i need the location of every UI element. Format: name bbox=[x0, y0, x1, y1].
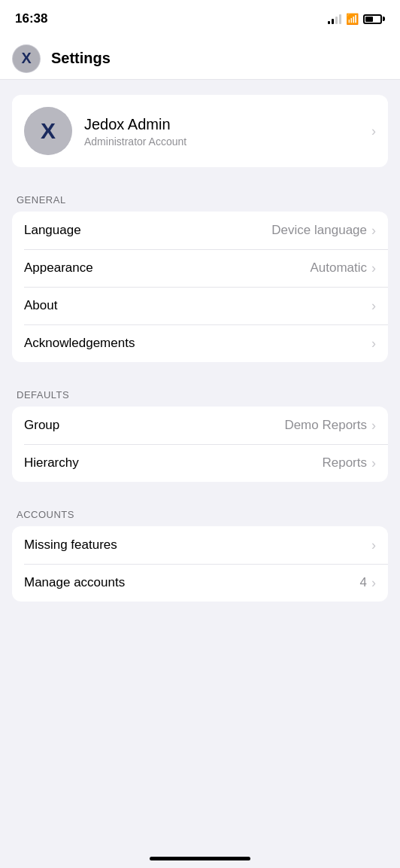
general-spacer bbox=[12, 173, 388, 194]
profile-name: Jedox Admin bbox=[84, 114, 359, 134]
group-row[interactable]: Group Demo Reports › bbox=[12, 407, 388, 444]
header: X Settings bbox=[0, 38, 400, 80]
group-chevron-icon: › bbox=[371, 418, 376, 434]
accounts-section-label: ACCOUNTS bbox=[12, 509, 388, 526]
general-section-label: GENERAL bbox=[12, 194, 388, 212]
accounts-spacer bbox=[12, 488, 388, 509]
page-title: Settings bbox=[51, 50, 111, 67]
profile-card: X Jedox Admin Administrator Account › bbox=[12, 95, 388, 167]
profile-avatar: X bbox=[24, 107, 72, 155]
language-label: Language bbox=[24, 223, 271, 238]
home-indicator bbox=[150, 857, 250, 860]
content: X Jedox Admin Administrator Account › GE… bbox=[0, 80, 400, 623]
hierarchy-value: Reports bbox=[322, 455, 367, 471]
status-time: 16:38 bbox=[15, 11, 47, 26]
missing-features-chevron-icon: › bbox=[371, 538, 376, 553]
group-value: Demo Reports bbox=[284, 418, 367, 433]
manage-accounts-badge: 4 bbox=[360, 575, 367, 590]
acknowledgements-row[interactable]: Acknowledgements › bbox=[12, 324, 388, 362]
group-label: Group bbox=[24, 418, 284, 433]
profile-subtitle: Administrator Account bbox=[84, 136, 359, 148]
missing-features-row[interactable]: Missing features › bbox=[12, 526, 388, 564]
svg-text:X: X bbox=[21, 50, 32, 66]
hierarchy-chevron-icon: › bbox=[371, 455, 376, 471]
about-chevron-icon: › bbox=[371, 298, 376, 314]
about-row[interactable]: About › bbox=[12, 287, 388, 324]
hierarchy-label: Hierarchy bbox=[24, 455, 322, 471]
defaults-section-label: DEFAULTS bbox=[12, 389, 388, 407]
appearance-row[interactable]: Appearance Automatic › bbox=[12, 249, 388, 287]
general-card: Language Device language › Appearance Au… bbox=[12, 212, 388, 362]
profile-info: Jedox Admin Administrator Account bbox=[84, 114, 359, 148]
manage-accounts-chevron-icon: › bbox=[371, 575, 376, 591]
language-value: Device language bbox=[271, 223, 367, 238]
profile-chevron-icon: › bbox=[371, 123, 376, 139]
svg-text:X: X bbox=[41, 118, 56, 143]
defaults-card: Group Demo Reports › Hierarchy Reports › bbox=[12, 407, 388, 482]
appearance-value: Automatic bbox=[310, 260, 367, 276]
signal-icon bbox=[328, 14, 341, 24]
status-bar: 16:38 📶 bbox=[0, 0, 400, 38]
manage-accounts-label: Manage accounts bbox=[24, 575, 360, 590]
appearance-chevron-icon: › bbox=[371, 260, 376, 276]
accounts-card: Missing features › Manage accounts 4 › bbox=[12, 526, 388, 602]
wifi-icon: 📶 bbox=[346, 13, 359, 25]
defaults-spacer bbox=[12, 368, 388, 389]
acknowledgements-label: Acknowledgements bbox=[24, 336, 371, 351]
status-icons: 📶 bbox=[328, 13, 385, 25]
language-row[interactable]: Language Device language › bbox=[12, 212, 388, 249]
about-label: About bbox=[24, 298, 371, 313]
battery-icon bbox=[363, 14, 385, 24]
language-chevron-icon: › bbox=[371, 223, 376, 239]
manage-accounts-row[interactable]: Manage accounts 4 › bbox=[12, 564, 388, 602]
header-avatar: X bbox=[12, 44, 41, 73]
hierarchy-row[interactable]: Hierarchy Reports › bbox=[12, 444, 388, 482]
profile-row[interactable]: X Jedox Admin Administrator Account › bbox=[12, 95, 388, 167]
appearance-label: Appearance bbox=[24, 260, 310, 276]
missing-features-label: Missing features bbox=[24, 538, 371, 553]
acknowledgements-chevron-icon: › bbox=[371, 336, 376, 352]
